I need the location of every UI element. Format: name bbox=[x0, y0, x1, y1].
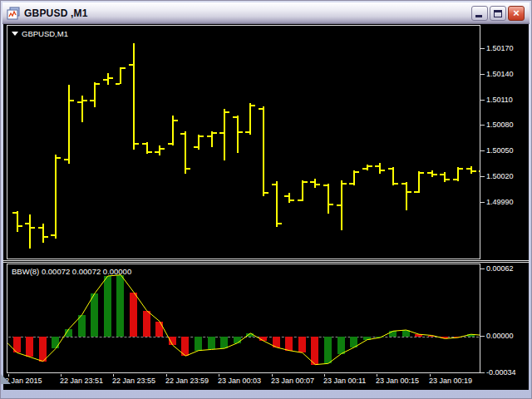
ohlc-close-tick bbox=[121, 67, 126, 69]
price-axis-label: 1.50050 bbox=[486, 146, 514, 155]
ohlc-close-tick bbox=[381, 170, 385, 171]
ohlc-close-tick bbox=[135, 143, 139, 145]
ohlc-close-tick bbox=[174, 120, 178, 121]
ohlc-close-tick bbox=[394, 183, 398, 185]
indicator-axis-label: 0.00062 bbox=[486, 264, 514, 273]
ohlc-close-tick bbox=[433, 174, 437, 175]
ohlc-bar-range bbox=[42, 224, 44, 244]
ohlc-close-tick bbox=[446, 179, 450, 180]
main-chart-panel[interactable]: GBPUSD,M1 bbox=[7, 25, 480, 259]
ohlc-open-tick bbox=[142, 143, 146, 145]
ohlc-open-tick bbox=[168, 143, 172, 145]
ohlc-open-tick bbox=[323, 185, 328, 186]
chart-window-icon[interactable] bbox=[7, 7, 20, 20]
price-axis-tick bbox=[480, 150, 485, 151]
price-axis-label: 1.49990 bbox=[486, 198, 514, 206]
indicator-panel[interactable]: BBW(8) 0.00072 0.00072 0.00000 bbox=[7, 264, 480, 373]
ohlc-open-tick bbox=[25, 223, 29, 224]
ohlc-open-tick bbox=[233, 116, 237, 118]
ohlc-bar-range bbox=[107, 73, 109, 85]
ohlc-close-tick bbox=[264, 192, 268, 194]
ohlc-open-tick bbox=[129, 64, 133, 66]
ohlc-bar-range bbox=[29, 214, 31, 248]
ohlc-close-tick bbox=[239, 131, 243, 133]
indicator-axis-tick bbox=[480, 336, 485, 337]
time-axis-label: 22 Jan 23:55 bbox=[112, 377, 155, 385]
ohlc-bar-range bbox=[379, 163, 381, 174]
ohlc-close-tick bbox=[368, 165, 372, 167]
ohlc-open-tick bbox=[337, 204, 341, 206]
ohlc-open-tick bbox=[427, 172, 431, 174]
ohlc-close-tick bbox=[329, 204, 333, 205]
panel-splitter-line bbox=[2, 262, 530, 263]
panel-splitter[interactable] bbox=[2, 260, 530, 261]
indicator-axis-label: 0.00000 bbox=[486, 332, 514, 340]
price-axis-tick bbox=[480, 202, 485, 203]
ohlc-open-tick bbox=[362, 168, 367, 170]
ohlc-open-tick bbox=[38, 227, 42, 229]
ohlc-close-tick bbox=[303, 181, 308, 183]
ohlc-close-tick bbox=[83, 100, 87, 101]
ohlc-close-tick bbox=[70, 100, 74, 101]
ohlc-bar-range bbox=[237, 116, 239, 153]
ohlc-open-tick bbox=[245, 131, 249, 133]
ohlc-bar-range bbox=[418, 171, 420, 193]
symbol-period-text: GBPUSD,M1 bbox=[22, 29, 68, 38]
ohlc-bar-range bbox=[17, 211, 18, 232]
ohlc-open-tick bbox=[12, 212, 17, 214]
ohlc-close-tick bbox=[290, 200, 294, 201]
price-axis-label: 1.50080 bbox=[486, 121, 514, 129]
ohlc-open-tick bbox=[284, 195, 288, 197]
ohlc-open-tick bbox=[310, 181, 314, 183]
price-axis-tick bbox=[480, 176, 485, 177]
ohlc-open-tick bbox=[207, 135, 211, 137]
time-axis-label: 23 Jan 00:11 bbox=[323, 377, 366, 385]
ohlc-open-tick bbox=[259, 108, 263, 110]
ohlc-bar-range bbox=[120, 67, 121, 84]
ohlc-bar-range bbox=[263, 106, 264, 196]
time-axis-label: 23 Jan 00:15 bbox=[376, 377, 419, 385]
price-axis-tick bbox=[480, 48, 485, 49]
ohlc-close-tick bbox=[278, 223, 282, 224]
ohlc-open-tick bbox=[116, 83, 120, 85]
ohlc-close-tick bbox=[225, 111, 229, 113]
maximize-icon bbox=[494, 10, 502, 17]
ohlc-open-tick bbox=[414, 191, 418, 193]
close-icon: × bbox=[509, 7, 524, 20]
window-title: GBPUSD ,M1 bbox=[24, 7, 88, 19]
ohlc-open-tick bbox=[349, 183, 353, 185]
ohlc-close-tick bbox=[200, 135, 204, 137]
ohlc-close-tick bbox=[160, 148, 165, 150]
ohlc-close-tick bbox=[44, 236, 48, 238]
ohlc-bar-range bbox=[68, 85, 70, 164]
ohlc-close-tick bbox=[31, 227, 35, 229]
ohlc-open-tick bbox=[272, 184, 276, 185]
ohlc-close-tick bbox=[472, 170, 476, 172]
ohlc-close-tick bbox=[420, 172, 424, 174]
ohlc-open-tick bbox=[479, 170, 480, 172]
ohlc-close-tick bbox=[355, 171, 359, 173]
time-axis-label: 23 Jan 00:03 bbox=[218, 377, 261, 385]
maximize-button[interactable] bbox=[490, 6, 506, 21]
ohlc-open-tick bbox=[77, 101, 81, 103]
dropdown-arrow-icon bbox=[12, 32, 18, 36]
price-axis-label: 1.50140 bbox=[486, 70, 514, 78]
ohlc-close-tick bbox=[251, 105, 255, 106]
ohlc-bar-range bbox=[328, 184, 329, 214]
time-axis-label: 23 Jan 00:07 bbox=[271, 377, 314, 385]
ohlc-bar-range bbox=[302, 180, 303, 201]
close-button[interactable]: × bbox=[508, 6, 525, 21]
ohlc-close-tick bbox=[316, 184, 320, 185]
ohlc-bar-range bbox=[314, 179, 316, 187]
ohlc-bar-range bbox=[224, 109, 225, 160]
ohlc-bar-range bbox=[288, 193, 290, 203]
symbol-period-label[interactable]: GBPUSD,M1 bbox=[12, 29, 68, 38]
ohlc-bar-range bbox=[159, 145, 160, 155]
ohlc-bar-range bbox=[406, 182, 407, 210]
minimize-button[interactable] bbox=[471, 6, 488, 21]
ohlc-close-tick bbox=[148, 151, 152, 153]
ohlc-close-tick bbox=[18, 225, 22, 227]
title-bar[interactable]: GBPUSD ,M1 × bbox=[2, 2, 530, 24]
ohlc-bar-range bbox=[276, 181, 278, 227]
ohlc-open-tick bbox=[64, 159, 68, 160]
